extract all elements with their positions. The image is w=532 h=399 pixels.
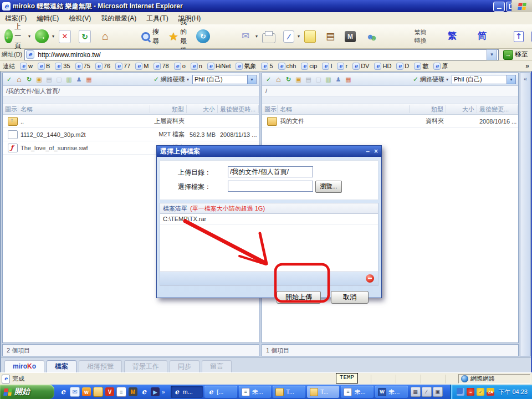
menu-item[interactable]: 我的最愛(A) <box>96 14 141 23</box>
simplified-button[interactable]: 简 <box>461 29 490 44</box>
browse-button[interactable]: 瀏覽... <box>315 181 342 193</box>
home-icon[interactable]: ⌂ <box>15 75 23 84</box>
image-icon[interactable]: ▦ <box>85 75 93 84</box>
security-tray-icon[interactable]: – <box>467 388 474 396</box>
download-icon[interactable]: ▢ <box>314 75 323 84</box>
address-dropdown-button[interactable]: ▾ <box>487 49 497 60</box>
share-icon[interactable]: ♟ <box>75 75 83 84</box>
column-type[interactable]: 類型 <box>150 105 187 113</box>
network-tray-icon[interactable] <box>457 388 464 396</box>
column-icon[interactable]: 圖示 <box>3 105 18 113</box>
collapse-button[interactable]: « <box>520 75 530 82</box>
print-button[interactable] <box>260 29 281 44</box>
address-input[interactable] <box>37 50 484 59</box>
taskbar-button-word[interactable]: W 未... <box>375 386 408 398</box>
traditional-button[interactable]: 繁 <box>431 29 461 44</box>
column-type[interactable]: 類型 <box>410 105 446 113</box>
table-row[interactable]: 1112_02_1440_30p.m2t M2T 檔案 562.3 MB 200… <box>3 128 259 141</box>
link-item[interactable]: 原 <box>433 62 448 70</box>
edit-button[interactable] <box>281 29 302 44</box>
link-item[interactable]: 75 <box>75 63 90 70</box>
link-item[interactable]: 35 <box>55 63 70 70</box>
link-item[interactable]: cip <box>301 63 317 70</box>
connect-ok-icon[interactable]: ✓ <box>264 75 273 84</box>
choose-file-input[interactable] <box>228 181 313 192</box>
ie-icon[interactable]: e <box>59 387 68 396</box>
image-icon[interactable]: ▦ <box>344 75 352 84</box>
folder-icon[interactable] <box>93 387 103 397</box>
link-item[interactable]: 77 <box>115 63 130 70</box>
link-item[interactable]: M <box>135 63 149 70</box>
column-size[interactable]: 大小 <box>187 105 218 113</box>
quicklaunch-overflow-chevron[interactable]: » <box>162 389 165 395</box>
cancel-button[interactable]: 取消 <box>331 291 369 304</box>
taskbar-button-ie[interactable]: e m... <box>171 386 203 398</box>
link-item[interactable]: 氣象 <box>236 62 256 70</box>
go-button[interactable]: 移至 <box>501 49 530 60</box>
forward-button[interactable] <box>33 28 57 44</box>
menu-item[interactable]: 檢視(V) <box>64 14 96 23</box>
connect-ok-icon[interactable]: ✓ <box>5 75 13 84</box>
network-drive-indicator[interactable]: ✓ 網路硬碟 ▾ <box>154 75 189 84</box>
link-item[interactable]: r <box>337 63 347 70</box>
link-item[interactable]: 數 <box>414 62 428 70</box>
upload-dir-input[interactable] <box>228 166 313 177</box>
remove-file-icon[interactable] <box>366 274 374 283</box>
save-icon[interactable]: ▤ <box>45 75 53 84</box>
notes-icon[interactable]: ≡ <box>116 387 126 397</box>
refresh-icon[interactable]: ↻ <box>284 75 293 84</box>
new-file-icon[interactable]: ▥ <box>324 75 332 84</box>
keyboard-icon[interactable]: ▦ <box>411 387 421 397</box>
new-file-icon[interactable]: ▥ <box>65 75 73 84</box>
mail-button[interactable] <box>237 29 260 44</box>
link-item[interactable]: 5 <box>261 63 273 70</box>
link-item[interactable]: 78 <box>154 63 168 70</box>
link-item[interactable]: n <box>191 63 202 70</box>
taskbar-clock[interactable]: 下午 04:23 <box>498 388 528 396</box>
ie-icon[interactable]: e <box>140 387 149 396</box>
column-icon[interactable]: 圖示 <box>262 105 278 113</box>
save-icon[interactable]: ▤ <box>304 75 313 84</box>
player-icon[interactable]: ▶ <box>151 387 160 396</box>
start-button[interactable]: 開始 <box>0 385 54 399</box>
link-item[interactable]: DV <box>352 63 369 70</box>
link-item[interactable]: 76 <box>95 63 110 70</box>
account-select[interactable]: Phil (自己) ▾ <box>192 75 257 84</box>
taskbar-button-ie[interactable]: e [... <box>204 386 237 398</box>
media-button[interactable] <box>342 30 361 43</box>
taskbar-button-doc[interactable]: ≡ 未... <box>239 386 272 398</box>
start-upload-button[interactable]: 開始上傳 <box>277 291 321 304</box>
menu-item[interactable]: 編輯(E) <box>32 14 64 23</box>
notes-button[interactable] <box>302 29 321 44</box>
tab-item[interactable]: 留言 <box>202 360 232 372</box>
dictionary-button[interactable] <box>321 29 342 44</box>
table-row[interactable]: .. 上層資料夾 <box>3 115 259 128</box>
tab-item[interactable]: 檔案 <box>47 360 76 372</box>
link-item[interactable]: w <box>20 63 33 70</box>
account-select[interactable]: Phil (自己) ▾ <box>452 75 516 84</box>
refresh-button[interactable] <box>76 29 96 44</box>
link-item[interactable]: o <box>174 63 186 70</box>
tab-item[interactable]: 背景工作 <box>124 360 167 372</box>
search-button[interactable]: 搜尋 <box>139 26 166 47</box>
download-icon[interactable]: ▢ <box>55 75 63 84</box>
refresh-icon[interactable]: ↻ <box>25 75 33 84</box>
taskbar-button-doc[interactable]: ≡ 未... <box>341 386 374 398</box>
link-item[interactable]: HD <box>374 63 391 70</box>
column-size[interactable]: 大小 <box>446 105 477 113</box>
link-item[interactable]: B <box>38 63 50 70</box>
outlook-icon[interactable]: ✉ <box>70 387 80 397</box>
column-modified[interactable]: 最後變更時... <box>218 105 259 113</box>
ime-panel-icon[interactable]: ▣ <box>433 387 443 397</box>
zonealarm-tray-icon[interactable]: ZA <box>487 388 494 396</box>
translate-s-button[interactable] <box>529 30 532 43</box>
column-name[interactable]: 名稱 <box>18 105 150 113</box>
translate-t-button[interactable] <box>511 30 529 43</box>
taskbar-button-folder[interactable]: T... <box>273 386 305 398</box>
network-drive-indicator[interactable]: ✓ 網路硬碟 ▾ <box>413 75 448 84</box>
history-button[interactable] <box>194 28 216 44</box>
table-row[interactable]: 我的文件 資料夾 2008/10/16 ... <box>262 115 518 128</box>
red-app-icon[interactable]: V <box>105 387 114 396</box>
taskbar-button-folder[interactable]: T... <box>307 386 340 398</box>
back-button[interactable]: 上一頁 <box>2 21 33 52</box>
